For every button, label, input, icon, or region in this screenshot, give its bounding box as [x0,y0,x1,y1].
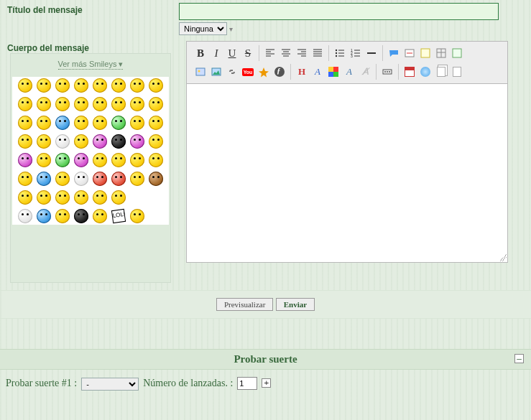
strike-button[interactable]: S [240,45,256,61]
smiley-icon[interactable] [149,97,163,111]
smiley-icon[interactable] [18,190,32,205]
smiley-icon[interactable] [55,209,70,223]
bold-button[interactable]: B [193,45,208,61]
calendar-icon[interactable] [402,64,417,80]
list-ul-icon[interactable] [332,45,348,61]
smiley-icon[interactable] [55,172,70,186]
smiley-icon[interactable] [111,97,126,111]
align-center-icon[interactable] [278,45,294,61]
smiley-icon[interactable] [93,134,107,149]
title-input[interactable] [179,3,499,20]
smiley-icon[interactable] [55,116,70,130]
smiley-icon[interactable] [37,190,51,205]
smiley-icon[interactable] [130,116,144,130]
smiley-icon[interactable] [111,190,126,205]
smiley-icon[interactable] [130,209,144,223]
smiley-icon[interactable] [37,116,51,130]
smiley-icon[interactable] [149,172,163,186]
smiley-icon[interactable] [18,116,32,130]
smiley-icon[interactable] [149,153,163,167]
smiley-icon[interactable] [74,190,88,205]
smiley-icon[interactable] [18,172,32,186]
smiley-icon[interactable] [111,172,126,186]
smiley-icon[interactable] [74,172,88,186]
smiley-icon[interactable] [55,153,70,167]
collapse-button[interactable]: – [514,354,524,363]
page-icon[interactable] [449,64,465,80]
smiley-icon[interactable] [130,153,144,167]
font-family-icon[interactable]: A [341,64,357,80]
color-picker-icon[interactable] [325,64,341,80]
smiley-icon[interactable] [55,190,70,205]
font-select[interactable]: Ninguna [179,22,227,35]
host-image-icon[interactable] [193,64,208,80]
spoiler-icon[interactable] [402,45,417,61]
smiley-icon[interactable] [55,134,70,149]
align-justify-icon[interactable] [310,45,325,61]
smiley-icon[interactable] [18,153,32,167]
quote-icon[interactable] [386,45,402,61]
dailymotion-icon[interactable] [256,64,272,80]
preview-button[interactable] [216,298,273,311]
insert-image-icon[interactable] [208,64,224,80]
smiley-icon[interactable] [93,116,107,130]
smiley-icon[interactable] [111,134,126,149]
table-icon[interactable] [433,45,449,61]
smiley-icon[interactable]: LOL! [111,209,126,223]
smiley-icon[interactable] [93,97,107,111]
smiley-icon[interactable] [74,116,88,130]
align-right-icon[interactable] [294,45,310,61]
smiley-icon[interactable] [37,153,51,167]
smiley-icon[interactable] [37,209,51,223]
smiley-icon[interactable] [130,78,144,93]
send-button[interactable] [276,298,315,311]
youtube-icon[interactable]: You [240,64,256,80]
smiley-icon[interactable] [18,78,32,93]
smiley-icon[interactable] [37,134,51,149]
code-icon[interactable] [417,45,433,61]
smiley-icon[interactable] [147,189,165,206]
clear-format-icon[interactable]: A̸ [357,64,373,80]
hr-icon[interactable] [364,45,379,61]
smiley-icon[interactable] [74,134,88,149]
smiley-icon[interactable] [93,190,107,205]
smiley-icon[interactable] [93,209,107,223]
smiley-icon[interactable] [111,153,126,167]
smiley-icon[interactable] [93,153,107,167]
body-textarea[interactable] [186,83,508,263]
smiley-icon[interactable] [74,97,88,111]
globe-icon[interactable] [417,64,433,80]
smiley-icon[interactable] [111,78,126,93]
add-throw-button[interactable]: + [262,378,271,388]
smiley-icon[interactable] [74,209,88,223]
smiley-icon[interactable] [130,134,144,149]
smiley-icon[interactable] [18,209,32,223]
wrap-icon[interactable] [449,45,465,61]
smiley-icon[interactable] [130,172,144,186]
flash-icon[interactable] [272,64,287,80]
smiley-icon[interactable] [149,116,163,130]
smiley-icon[interactable] [130,97,144,111]
italic-button[interactable]: I [208,45,224,61]
headers-icon[interactable]: H [294,64,310,80]
smiley-icon[interactable] [55,78,70,93]
smiley-icon[interactable] [55,97,70,111]
smiley-icon[interactable] [37,97,51,111]
smiley-icon[interactable] [37,78,51,93]
smiley-icon[interactable] [149,134,163,149]
smiley-icon[interactable] [18,134,32,149]
underline-button[interactable]: U [224,45,240,61]
list-ol-icon[interactable]: 123 [348,45,364,61]
more-icon[interactable] [379,64,395,80]
copy-page-icon[interactable] [433,64,449,80]
more-smileys-link[interactable]: Ver más Smileys ▾ [58,60,124,70]
smiley-icon[interactable] [111,116,126,130]
luck-select[interactable]: - [81,378,139,391]
smiley-icon[interactable] [129,189,146,206]
smiley-icon[interactable] [93,78,107,93]
smiley-icon[interactable] [93,172,107,186]
font-size-icon[interactable]: A [310,64,325,80]
smiley-icon[interactable] [37,172,51,186]
link-icon[interactable] [224,64,240,80]
align-left-icon[interactable] [262,45,278,61]
